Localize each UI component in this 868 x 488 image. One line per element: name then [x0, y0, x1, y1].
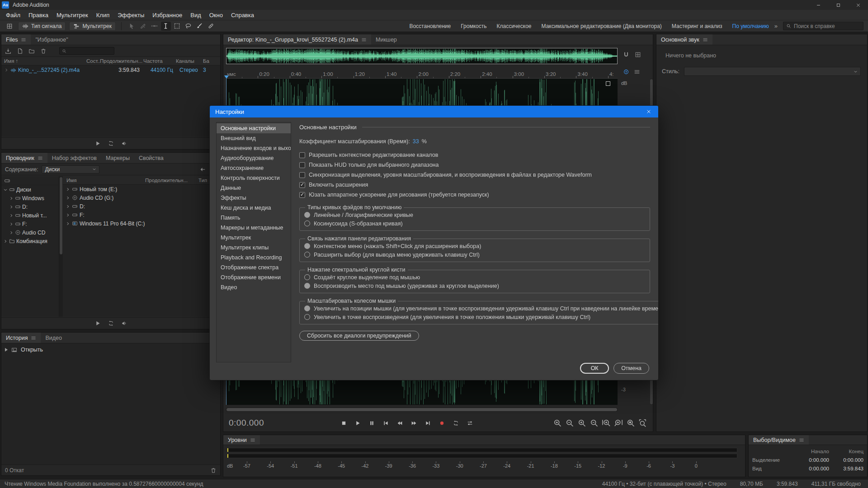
checkbox-2[interactable]: Синхронизация выделения, уровня масштаби…	[299, 170, 650, 180]
tree-item-5[interactable]: Audio CD	[1, 228, 59, 237]
chevron-down-icon[interactable]	[3, 188, 8, 192]
panel-menu-icon[interactable]	[361, 37, 367, 42]
chevron-right-icon[interactable]	[4, 68, 9, 72]
tab-properties[interactable]: Свойства	[134, 153, 168, 163]
workspace-item-5[interactable]: По умолчанию	[732, 23, 769, 29]
trash-icon[interactable]	[210, 467, 217, 474]
preview-loop-button[interactable]	[108, 320, 114, 326]
workspace-item-0[interactable]: Восстановление	[409, 23, 451, 29]
zoom-out-full-button[interactable]	[638, 418, 647, 427]
radio-g2-option-1[interactable]: Воспроизводить место под мышью (удержива…	[304, 282, 645, 290]
overview-waveform[interactable]	[226, 48, 618, 64]
files-column-5[interactable]: Ба	[203, 58, 219, 64]
time-ruler[interactable]: чмс 0:200:401:001:201:402:002:202:403:00…	[226, 68, 618, 79]
chevron-right-icon[interactable]	[66, 221, 70, 226]
preview-play-button[interactable]	[95, 141, 101, 146]
scrollbar-thumb[interactable]	[60, 177, 62, 254]
workspace-item-4[interactable]: Мастеринг и анализ	[672, 23, 722, 29]
menu-item-3[interactable]: Клип	[92, 10, 113, 20]
hud-toggle-icon[interactable]	[623, 69, 629, 75]
menu-item-5[interactable]: Избранное	[148, 10, 186, 20]
lasso-tool-button[interactable]	[184, 22, 193, 31]
browser-item-4[interactable]: Windows 11 Pro 64-Bit (C:)	[63, 219, 220, 228]
category-item-9[interactable]: Память	[217, 213, 291, 223]
menu-item-2[interactable]: Мультитрек	[52, 10, 92, 20]
content-dropdown[interactable]: Диски	[42, 165, 99, 174]
workspace-item-1[interactable]: Громкость	[461, 23, 486, 29]
panel-menu-icon[interactable]	[38, 155, 43, 161]
tab-selection-view[interactable]: Выбор/Видимое	[749, 435, 809, 445]
menu-item-6[interactable]: Вид	[186, 10, 205, 20]
menu-item-8[interactable]: Справка	[227, 10, 258, 20]
category-item-8[interactable]: Кеш диска и медиа	[217, 203, 291, 213]
cancel-button[interactable]: Отмена	[613, 363, 649, 374]
tab-video[interactable]: Видео	[41, 333, 66, 343]
ruler-options-icon[interactable]	[634, 69, 640, 75]
files-column-2[interactable]: Продолжительн...	[100, 58, 143, 64]
chevron-right-icon[interactable]	[9, 230, 14, 235]
open-folder-icon[interactable]	[28, 48, 35, 54]
panel-menu-icon[interactable]	[799, 437, 804, 443]
loop-button[interactable]	[451, 418, 461, 427]
chevron-right-icon[interactable]	[66, 204, 70, 209]
panel-menu-icon[interactable]	[703, 37, 708, 42]
browser-item-1[interactable]: Audio CD (G:)	[63, 193, 220, 202]
history-entry-0[interactable]: Открыть	[1, 345, 220, 355]
menu-item-0[interactable]: Файл	[2, 10, 24, 20]
browser-item-3[interactable]: F:	[63, 211, 220, 219]
maximize-view-icon[interactable]	[606, 81, 610, 86]
tab-editor[interactable]: Редактор: Kino_-_Gruppa_krovi_55527245 (…	[223, 34, 371, 45]
play-button[interactable]	[353, 418, 363, 427]
places-icon[interactable]	[4, 178, 10, 184]
tree-item-0[interactable]: Диски	[1, 185, 59, 194]
rewind-button[interactable]	[395, 418, 405, 427]
panel-menu-icon[interactable]	[31, 335, 36, 341]
menu-item-1[interactable]: Правка	[24, 10, 52, 20]
tab-markers[interactable]: Маркеры	[101, 153, 134, 163]
preview-volume-button[interactable]	[121, 141, 127, 146]
chevron-right-icon[interactable]	[3, 239, 8, 244]
chevron-right-icon[interactable]	[9, 213, 14, 218]
zoom-factor-value[interactable]: 33	[413, 138, 419, 145]
chevron-right-icon[interactable]	[9, 196, 14, 201]
selection-end-value[interactable]: 0:00.000	[829, 457, 863, 463]
radio-g3-option-1[interactable]: Увеличить в точке воспроизведения (для у…	[304, 313, 659, 321]
panel-menu-icon[interactable]	[21, 37, 26, 42]
file-row-0[interactable]: Kino_-_...527245 (2).m4a3:59.84344100 Гц…	[1, 66, 220, 75]
back-icon[interactable]	[199, 166, 206, 173]
record-button[interactable]	[437, 418, 447, 427]
files-search-input[interactable]	[68, 48, 112, 54]
checkbox-1[interactable]: Показать HUD только для выбранного диапа…	[299, 160, 650, 170]
close-button[interactable]	[848, 0, 868, 10]
category-item-7[interactable]: Эффекты	[217, 193, 291, 203]
zoom-out-time-button[interactable]	[590, 418, 599, 427]
chevron-right-icon[interactable]	[9, 205, 14, 209]
files-search[interactable]	[59, 47, 114, 55]
view-start-value[interactable]: 0:00.000	[791, 466, 829, 471]
import-file-icon[interactable]	[5, 48, 11, 54]
category-item-5[interactable]: Контроль поверхности	[217, 173, 291, 183]
preview-play-button[interactable]	[95, 320, 101, 326]
preview-volume-button[interactable]	[121, 320, 127, 326]
skip-end-button[interactable]	[423, 418, 433, 427]
chevron-right-icon[interactable]	[66, 187, 70, 192]
files-column-3[interactable]: Частота	[143, 58, 176, 64]
checkbox-3[interactable]: Включить расширения	[299, 180, 650, 190]
zoom-in-left-edge-button[interactable]	[602, 418, 611, 427]
radio-g2-option-0[interactable]: Создаёт круглое выделение под мышью	[304, 273, 645, 282]
skip-arrows-button[interactable]	[465, 418, 475, 427]
radio-g1-option-0[interactable]: Контекстное меню (нажать Shift+Click для…	[304, 242, 645, 250]
tree-item-4[interactable]: F:	[1, 220, 59, 228]
dialog-titlebar[interactable]: Настройки	[210, 106, 658, 117]
chevron-right-icon[interactable]	[66, 196, 70, 200]
horizontal-scrollbar[interactable]	[226, 408, 618, 412]
chevron-right-icon[interactable]	[66, 213, 70, 217]
layout-grid-icon[interactable]	[635, 52, 641, 58]
zoom-in-right-edge-button[interactable]	[614, 418, 623, 427]
preview-loop-button[interactable]	[108, 141, 114, 146]
workspace-item-2[interactable]: Классическое	[496, 23, 531, 29]
category-item-13[interactable]: Playback and Recording	[217, 253, 291, 263]
tab-mixer[interactable]: Микшер	[371, 34, 401, 45]
browser-column-0[interactable]: Имя	[63, 178, 145, 183]
tree-item-1[interactable]: Windows	[1, 194, 59, 202]
